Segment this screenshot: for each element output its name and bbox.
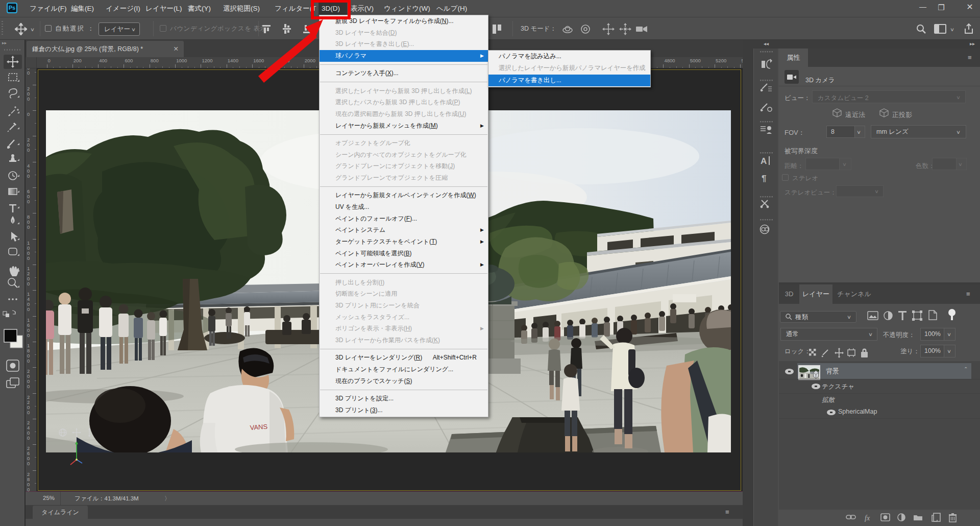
svg-text:VANS: VANS <box>250 423 268 432</box>
svg-text:A: A <box>761 156 767 166</box>
svg-text:¶: ¶ <box>762 174 766 183</box>
svg-text:fx: fx <box>865 514 870 522</box>
